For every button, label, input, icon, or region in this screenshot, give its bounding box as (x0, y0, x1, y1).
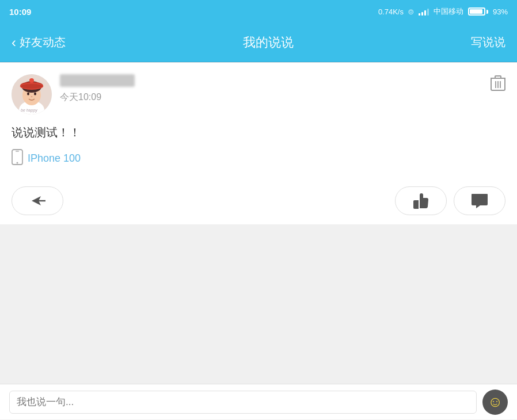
svg-point-10 (34, 93, 36, 96)
battery-icon (468, 7, 488, 16)
bottom-input-bar: ☺ (0, 384, 517, 419)
trash-icon (491, 74, 505, 91)
svg-rect-19 (16, 151, 19, 152)
post-header: be happy (12, 74, 505, 114)
battery-percent: 93% (493, 7, 508, 16)
svg-text:be happy: be happy (21, 108, 37, 113)
post-wrapper: be happy (0, 63, 517, 419)
user-info: 今天10:09 (60, 74, 505, 104)
svg-point-20 (17, 162, 18, 164)
right-action-group (395, 186, 505, 215)
back-arrow-icon: ‹ (12, 35, 16, 51)
comment-input[interactable] (9, 391, 477, 414)
carrier-label: 中国移动 (434, 6, 463, 17)
emoji-icon: ☺ (488, 393, 503, 411)
status-bar: 10:09 0.74K/s ⌾ 中国移动 93% (0, 0, 517, 23)
device-name-label: IPhone 100 (28, 152, 81, 165)
delete-button[interactable] (491, 74, 505, 95)
comment-icon (471, 193, 488, 209)
post-time: 今天10:09 (60, 92, 101, 102)
status-center: 0.74K/s ⌾ 中国移动 93% (378, 6, 508, 17)
svg-point-9 (27, 93, 29, 96)
back-button[interactable]: ‹ 好友动态 (12, 35, 66, 51)
avatar: be happy (12, 74, 52, 114)
network-speed: 0.74K/s (378, 7, 404, 16)
emoji-button[interactable]: ☺ (482, 390, 508, 415)
action-buttons (12, 180, 505, 224)
back-label: 好友动态 (20, 35, 66, 50)
page-title: 我的说说 (243, 34, 294, 51)
mobile-icon (12, 149, 23, 165)
svg-point-8 (29, 78, 34, 83)
wifi-icon: ⌾ (408, 6, 414, 17)
avatar-image: be happy (12, 74, 52, 114)
nav-bar: ‹ 好友动态 我的说说 写说说 (0, 23, 517, 62)
username-blurred (60, 74, 135, 87)
device-tag[interactable]: IPhone 100 (12, 149, 505, 168)
like-button[interactable] (395, 186, 447, 215)
signal-bars-icon (419, 7, 429, 16)
write-post-button[interactable]: 写说说 (471, 35, 505, 50)
svg-point-11 (31, 96, 33, 97)
share-icon (29, 194, 45, 208)
comment-button[interactable] (454, 186, 505, 215)
like-icon (412, 193, 429, 209)
post-content: 说说测试！！ (12, 124, 505, 141)
status-time: 10:09 (9, 7, 31, 17)
content-area: be happy (0, 63, 517, 224)
share-button[interactable] (12, 186, 63, 215)
phone-icon (12, 149, 23, 168)
